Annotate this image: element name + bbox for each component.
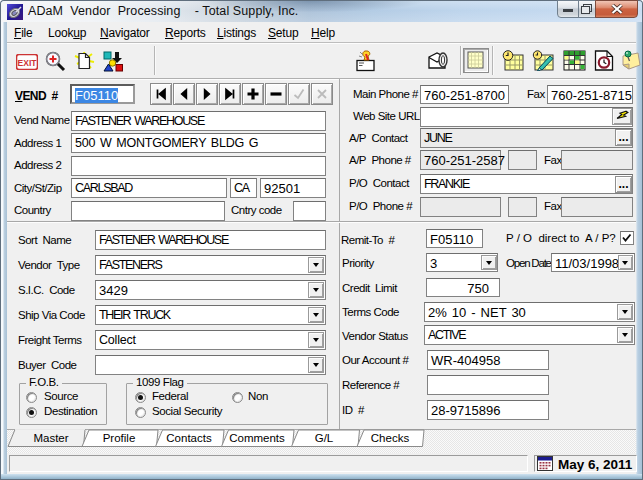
svg-text:Profile: Profile	[103, 432, 136, 444]
svg-text:G/L: G/L	[315, 432, 334, 444]
svg-text:Comments: Comments	[229, 432, 285, 444]
svg-text:Contacts: Contacts	[166, 432, 212, 444]
svg-text:EXIT: EXIT	[18, 58, 38, 68]
svg-text:Checks: Checks	[371, 432, 410, 444]
svg-text:Master: Master	[33, 432, 68, 444]
